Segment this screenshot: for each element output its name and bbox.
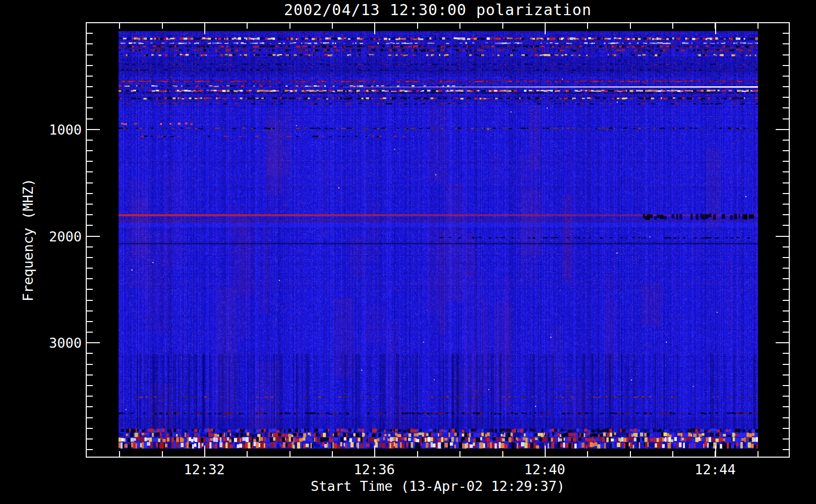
tick-mark <box>776 129 789 130</box>
tick-mark <box>757 451 759 457</box>
tick-mark <box>87 65 93 66</box>
tick-mark <box>783 300 789 301</box>
tick-mark <box>715 446 716 457</box>
tick-mark <box>87 374 93 375</box>
tick-mark <box>783 43 789 44</box>
tick-mark <box>87 310 93 311</box>
tick-mark <box>162 451 163 457</box>
tick-mark <box>247 451 248 457</box>
tick-mark <box>87 364 93 365</box>
tick-mark <box>783 97 789 98</box>
tick-mark <box>502 451 503 457</box>
tick-mark <box>87 438 93 439</box>
tick-mark <box>87 54 93 55</box>
tick-mark <box>672 451 673 457</box>
tick-mark <box>459 23 460 29</box>
tick-mark <box>87 417 93 418</box>
tick-mark <box>783 321 789 322</box>
tick-mark <box>87 107 93 108</box>
tick-mark <box>204 23 205 34</box>
x-tick-label: 12:32 <box>169 462 240 477</box>
tick-mark <box>332 451 333 457</box>
tick-mark <box>757 23 759 29</box>
x-tick-label: 12:36 <box>339 462 410 477</box>
tick-mark <box>87 97 93 98</box>
x-axis-label: Start Time (13-Apr-02 12:29:37) <box>86 478 790 494</box>
tick-mark <box>783 193 789 194</box>
tick-mark <box>783 438 789 439</box>
tick-mark <box>87 353 93 354</box>
tick-mark <box>87 406 93 407</box>
tick-mark <box>87 225 93 226</box>
tick-mark <box>587 23 588 29</box>
tick-mark <box>87 43 93 44</box>
tick-mark <box>783 257 789 258</box>
tick-mark <box>87 342 100 343</box>
tick-mark <box>776 236 789 237</box>
tick-mark <box>87 289 93 290</box>
tick-mark <box>204 446 205 457</box>
tick-mark <box>87 385 93 386</box>
spectrogram-heatmap-canvas <box>119 31 758 449</box>
tick-mark <box>417 451 418 457</box>
tick-mark <box>783 353 789 354</box>
tick-mark <box>87 214 93 215</box>
tick-mark <box>783 268 789 269</box>
tick-mark <box>119 451 120 457</box>
tick-mark <box>289 451 290 457</box>
tick-mark <box>87 161 93 162</box>
tick-mark <box>783 278 789 279</box>
tick-mark <box>289 23 290 29</box>
tick-mark <box>783 364 789 365</box>
tick-mark <box>87 236 100 237</box>
tick-mark <box>459 451 460 457</box>
tick-mark <box>87 33 93 34</box>
tick-mark <box>783 289 789 290</box>
tick-mark <box>417 23 418 29</box>
spectrogram-figure: 2002/04/13 12:30:00 polarization 12:3212… <box>0 0 816 504</box>
tick-mark <box>119 23 120 29</box>
tick-mark <box>783 225 789 226</box>
tick-mark <box>783 417 789 418</box>
tick-mark <box>776 342 789 343</box>
tick-mark <box>87 300 93 301</box>
tick-mark <box>87 204 93 205</box>
tick-mark <box>87 449 93 450</box>
tick-mark <box>630 451 631 457</box>
tick-mark <box>545 446 546 457</box>
tick-mark <box>783 86 789 87</box>
tick-mark <box>332 23 333 29</box>
tick-mark <box>783 54 789 55</box>
tick-mark <box>783 246 789 247</box>
x-tick-label: 12:44 <box>680 462 750 477</box>
tick-mark <box>545 23 546 34</box>
tick-mark <box>87 268 93 269</box>
tick-mark <box>783 428 789 429</box>
tick-mark <box>783 171 789 172</box>
tick-mark <box>783 65 789 66</box>
figure-title: 2002/04/13 12:30:00 polarization <box>86 1 790 19</box>
tick-mark <box>783 118 789 119</box>
tick-mark <box>783 214 789 215</box>
tick-mark <box>630 23 631 29</box>
tick-mark <box>247 23 248 29</box>
tick-mark <box>783 150 789 151</box>
tick-mark <box>87 86 93 87</box>
tick-mark <box>87 332 93 333</box>
tick-mark <box>87 257 93 258</box>
tick-mark <box>87 428 93 429</box>
tick-mark <box>783 374 789 375</box>
tick-mark <box>87 278 93 279</box>
tick-mark <box>783 140 789 141</box>
tick-mark <box>672 23 673 29</box>
tick-mark <box>87 129 100 130</box>
tick-mark <box>87 171 93 172</box>
tick-mark <box>87 396 93 397</box>
tick-mark <box>783 385 789 386</box>
x-tick-label: 12:40 <box>509 462 580 477</box>
tick-mark <box>783 449 789 450</box>
tick-mark <box>162 23 163 29</box>
tick-mark <box>783 396 789 397</box>
tick-mark <box>783 107 789 108</box>
tick-mark <box>87 150 93 151</box>
